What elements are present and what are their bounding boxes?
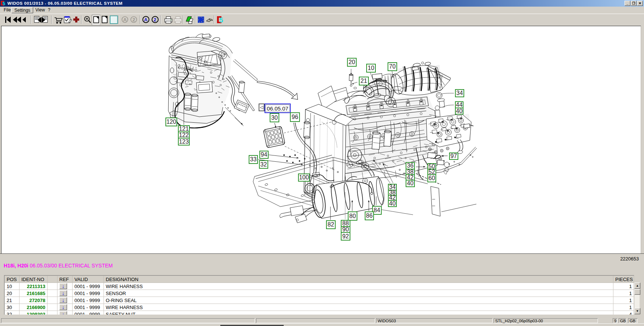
svg-text:5: 5 — [3, 1, 5, 6]
svg-text:A: A — [144, 17, 148, 22]
svg-text:5: 5 — [219, 16, 223, 24]
svg-text:2: 2 — [133, 17, 135, 22]
svg-text:A: A — [123, 17, 127, 22]
svg-text:2: 2 — [154, 17, 156, 22]
